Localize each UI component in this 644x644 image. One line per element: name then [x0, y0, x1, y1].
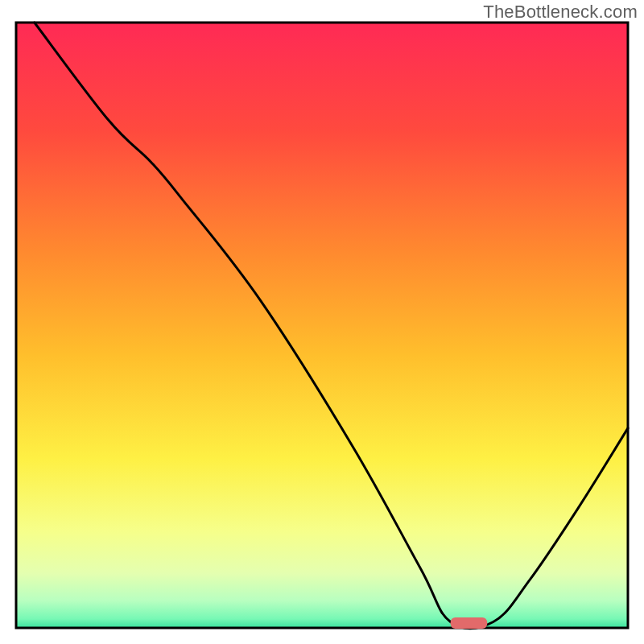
chart-frame: TheBottleneck.com: [0, 0, 644, 644]
bottleneck-chart: [0, 0, 644, 644]
plot-background: [16, 23, 628, 628]
optimal-range-marker: [451, 617, 488, 629]
